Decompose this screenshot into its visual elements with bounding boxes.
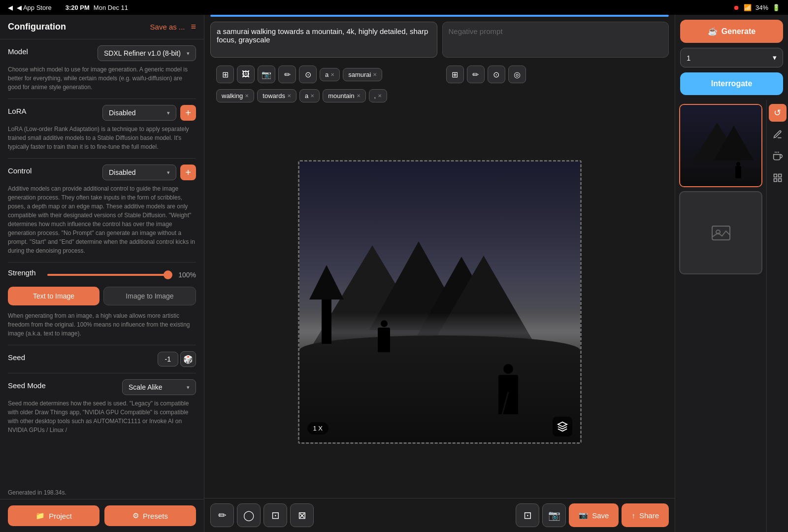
toolbar-grid-btn[interactable]: ⊞: [216, 66, 234, 83]
negative-prompt-input[interactable]: [442, 22, 669, 58]
grid-tool-button[interactable]: [769, 169, 787, 187]
positive-toolbar-tags: walking ✕ towards ✕ a ✕ mountain ✕: [210, 86, 437, 105]
positive-prompt-input[interactable]: a samurai walking towards a mountain, 4k…: [210, 22, 437, 58]
strength-slider[interactable]: [47, 270, 171, 280]
tag-mountain[interactable]: mountain ✕: [323, 89, 365, 102]
save-icon: 📷: [579, 511, 588, 520]
toolbar-circle-btn[interactable]: ⊙: [299, 66, 317, 83]
record-icon: ⏺: [733, 4, 740, 11]
right-tools-vertical: ↺: [766, 100, 788, 532]
control-dropdown[interactable]: Disabled ▾: [102, 165, 176, 180]
divider-3: [8, 262, 196, 263]
generate-button[interactable]: ☕ Generate: [680, 20, 783, 43]
pen-tool-button[interactable]: [769, 126, 787, 143]
time-label: 3:20 PM: [66, 4, 90, 11]
sidebar-actions: Save as ... ≡: [150, 22, 196, 32]
strength-value: 100%: [176, 271, 196, 279]
svg-rect-8: [774, 179, 777, 182]
neg-target-btn[interactable]: ◎: [508, 66, 526, 83]
bottom-toolbar: ✏ ◯ ⊡ ⊠ ⊡ 📷 📷 Save ↑ Share: [204, 498, 675, 532]
share-button[interactable]: ↑ Share: [622, 503, 669, 527]
canvas-wrapper: 1 X: [298, 160, 582, 444]
history-button[interactable]: ↺: [769, 104, 787, 122]
interrogate-button[interactable]: Interrogate: [680, 72, 783, 95]
image-to-image-button[interactable]: Image to Image: [103, 287, 196, 305]
lora-dropdown[interactable]: Disabled ▾: [102, 105, 176, 121]
lora-chevron: ▾: [167, 110, 170, 116]
seed-value[interactable]: -1: [158, 352, 178, 366]
sidebar-content: Model SDXL Refiner v1.0 (8-bit) ▾ Choose…: [0, 39, 204, 486]
presets-button[interactable]: ⚙ Presets: [104, 505, 196, 526]
count-selector[interactable]: 1 ▾: [680, 48, 783, 67]
seed-mode-dropdown[interactable]: Scale Alike ▾: [122, 379, 196, 395]
model-label: Model: [8, 47, 28, 56]
menu-icon[interactable]: ≡: [191, 22, 196, 32]
fill-tool-button[interactable]: ⊡: [263, 503, 287, 527]
right-tool-group: ⊡ 📷 📷 Save ↑ Share: [516, 503, 669, 527]
copy-tool-button[interactable]: ⊡: [516, 503, 539, 527]
positive-toolbar: ⊞ 🖼 📷 ✏ ⊙ a ✕ samurai ✕ w: [210, 63, 437, 105]
divider-5: [8, 373, 196, 373]
save-as-button[interactable]: Save as ...: [150, 23, 185, 31]
mug-tool-button[interactable]: [769, 147, 787, 165]
toolbar-photo-btn[interactable]: 📷: [258, 66, 275, 83]
samurai-main: [498, 375, 518, 414]
coffee-icon: ☕: [708, 27, 718, 36]
control-description: Additive models can provide additional c…: [8, 184, 196, 255]
presets-icon: ⚙: [132, 511, 139, 520]
model-description: Choose which model to use for image gene…: [8, 65, 196, 92]
camera-tool-button[interactable]: 📷: [542, 503, 566, 527]
tree: [322, 295, 331, 344]
tag-walking[interactable]: walking ✕: [216, 89, 254, 102]
project-button[interactable]: 📁 Project: [8, 505, 99, 526]
battery-label: 34%: [755, 4, 768, 11]
canvas-image[interactable]: [299, 162, 580, 442]
battery-icon: 🔋: [772, 4, 780, 11]
tag-comma[interactable]: , ✕: [369, 89, 388, 102]
date-label: Mon Dec 11: [94, 4, 128, 11]
seed-mode-row: Seed Mode Scale Alike ▾: [8, 379, 196, 395]
thumbnail-1[interactable]: [679, 104, 762, 187]
control-row: Control Disabled ▾ +: [8, 165, 196, 180]
generated-scene: [299, 162, 580, 442]
sidebar-header: Configuration Save as ... ≡: [0, 15, 204, 39]
share-icon: ↑: [631, 511, 635, 520]
svg-marker-0: [558, 422, 566, 426]
wifi-icon: 📶: [744, 4, 752, 11]
eraser-tool-button[interactable]: ◯: [237, 503, 261, 527]
neg-pencil-btn[interactable]: ✏: [467, 66, 485, 83]
control-add-button[interactable]: +: [180, 165, 196, 180]
tag-samurai[interactable]: samurai ✕: [343, 68, 382, 81]
strength-label: Strength: [8, 268, 42, 277]
toolbar-image-btn[interactable]: 🖼: [237, 66, 255, 83]
lora-label: LoRA: [8, 107, 27, 115]
samurai-small: [378, 328, 390, 352]
tag-towards[interactable]: towards ✕: [257, 89, 296, 102]
tag-a2[interactable]: a ✕: [299, 89, 320, 102]
neg-grid-btn[interactable]: ⊞: [446, 66, 464, 83]
mode-description: When generating from an image, a high va…: [8, 311, 196, 338]
select-tool-button[interactable]: ⊠: [290, 503, 314, 527]
canvas-container: 1 X: [204, 105, 675, 498]
app-store-label[interactable]: ◀ App Store: [17, 4, 52, 11]
neg-circle-btn[interactable]: ⊙: [488, 66, 505, 83]
toolbar-pencil-btn[interactable]: ✏: [278, 66, 296, 83]
layers-button[interactable]: [553, 417, 572, 436]
lora-description: LoRA (Low-order Rank Adaptation) is a te…: [8, 125, 196, 151]
save-button[interactable]: 📷 Save: [569, 503, 619, 527]
seed-mode-label: Seed Mode: [8, 381, 46, 390]
back-arrow[interactable]: ◀: [8, 4, 13, 11]
lora-row: LoRA Disabled ▾ +: [8, 105, 196, 121]
prompt-area: a samurai walking towards a mountain, 4k…: [204, 17, 675, 63]
sidebar-footer: 📁 Project ⚙ Presets: [0, 499, 204, 532]
generated-status: Generated in 198.34s.: [0, 486, 204, 499]
strength-row: Strength 100%: [8, 268, 196, 281]
seed-dice-button[interactable]: 🎲: [180, 351, 196, 367]
model-dropdown[interactable]: SDXL Refiner v1.0 (8-bit) ▾: [98, 45, 196, 61]
text-to-image-button[interactable]: Text to Image: [8, 287, 99, 305]
pencil-tool-button[interactable]: ✏: [210, 503, 234, 527]
thumbnail-2[interactable]: [679, 191, 762, 274]
tag-a[interactable]: a ✕: [320, 68, 340, 81]
thumb-figure: [735, 166, 741, 178]
lora-add-button[interactable]: +: [180, 105, 196, 121]
